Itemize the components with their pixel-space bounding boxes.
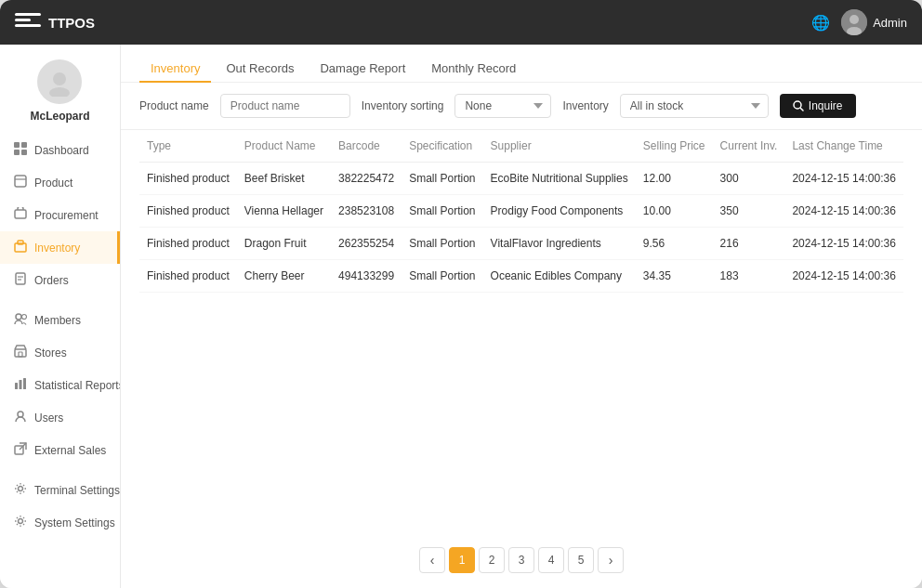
cell-current-inventory: 183: [713, 260, 785, 293]
sidebar-item-product[interactable]: Product: [0, 166, 120, 199]
svg-rect-11: [15, 210, 26, 218]
inventory-sorting-select[interactable]: None Ascending Descending: [454, 94, 551, 118]
logo-icon: [15, 13, 41, 32]
cell-supplier: Prodigy Food Components: [483, 195, 636, 228]
topbar-right: 🌐 Admin: [811, 9, 907, 35]
cell-product-name: Dragon Fruit: [237, 228, 331, 260]
orders-label: Orders: [34, 274, 69, 287]
sidebar-profile: McLeopard: [30, 59, 89, 123]
cell-selling-price: 12.00: [636, 163, 713, 195]
inquire-label: Inquire: [809, 99, 843, 112]
sidebar-item-users[interactable]: Users: [0, 401, 120, 434]
search-icon: [793, 100, 804, 111]
sidebar-item-inventory[interactable]: Inventory: [0, 231, 120, 264]
members-icon: [13, 312, 28, 328]
page-3-button[interactable]: 3: [508, 547, 534, 573]
sidebar-item-external-sales[interactable]: External Sales: [0, 434, 120, 466]
col-product-name: Product Name: [237, 130, 331, 163]
cell-barcode: 382225472: [331, 163, 402, 195]
next-page-button[interactable]: ›: [598, 547, 624, 573]
svg-point-17: [16, 314, 21, 320]
sub-nav-monthly-record[interactable]: Monthly Record: [420, 56, 527, 83]
svg-rect-22: [20, 380, 22, 389]
cell-specification: Small Portion: [402, 260, 482, 293]
table-row: Finished product Dragon Fruit 262355254 …: [139, 228, 903, 260]
inquire-button[interactable]: Inquire: [780, 94, 856, 118]
terminal-settings-label: Terminal Settings: [34, 484, 120, 497]
cell-selling-price: 34.35: [636, 260, 713, 293]
sidebar-item-orders[interactable]: Orders: [0, 264, 120, 296]
sidebar-nav: Dashboard Product Procurement: [0, 134, 120, 539]
stores-label: Stores: [34, 346, 67, 359]
inventory-icon: [13, 240, 28, 255]
svg-point-29: [794, 101, 801, 109]
col-supplier: Supplier: [483, 130, 636, 163]
sidebar-item-system-settings[interactable]: System Settings: [0, 506, 120, 539]
profile-name: McLeopard: [30, 110, 89, 123]
topbar: TTPOS 🌐 Admin: [0, 0, 922, 45]
svg-rect-8: [21, 150, 27, 155]
content-area: Inventory Out Records Damage Report Mont…: [121, 45, 922, 588]
sidebar-item-stores[interactable]: Stores: [0, 336, 120, 369]
cell-selling-price: 10.00: [636, 195, 713, 228]
stores-icon: [13, 345, 28, 360]
cell-supplier: EcoBite Nutritional Supplies: [483, 163, 636, 195]
table-row: Finished product Cherry Beer 494133299 S…: [139, 260, 903, 293]
users-label: Users: [34, 412, 63, 425]
user-badge[interactable]: Admin: [841, 9, 907, 35]
main-layout: McLeopard Dashboard Product: [0, 45, 922, 588]
svg-point-24: [18, 412, 23, 417]
users-icon: [13, 410, 28, 425]
svg-rect-6: [21, 142, 27, 148]
svg-point-4: [49, 87, 70, 97]
inventory-table: Type Product Name Barcode Specification …: [139, 130, 903, 293]
cell-type: Finished product: [139, 228, 237, 260]
page-2-button[interactable]: 2: [479, 547, 505, 573]
cell-specification: Small Portion: [402, 228, 482, 260]
cell-last-change-time: 2024-12-15 14:00:36: [784, 228, 903, 260]
cell-last-change-time: 2024-12-15 14:00:36: [784, 163, 903, 195]
cell-product-name: Vienna Hellager: [237, 195, 331, 228]
svg-rect-19: [15, 349, 26, 357]
cell-specification: Small Portion: [402, 163, 482, 195]
sidebar-item-dashboard[interactable]: Dashboard: [0, 134, 120, 166]
svg-rect-13: [18, 241, 23, 244]
app-logo: TTPOS: [15, 13, 95, 32]
cell-last-change-time: 2024-12-15 14:00:36: [784, 260, 903, 293]
sub-nav-inventory[interactable]: Inventory: [139, 56, 211, 83]
svg-point-28: [19, 519, 23, 524]
user-name: Admin: [873, 16, 907, 30]
procurement-label: Procurement: [34, 209, 99, 222]
col-selling-price: Selling Price: [636, 130, 713, 163]
cell-type: Finished product: [139, 260, 237, 293]
cell-last-change-time: 2024-12-15 14:00:36: [784, 195, 903, 228]
inventory-filter-label: Inventory: [562, 99, 608, 112]
inventory-status-select[interactable]: All in stock Low stock Out of stock: [620, 94, 769, 118]
table-row: Finished product Vienna Hellager 2385231…: [139, 195, 903, 228]
inventory-label: Inventory: [34, 242, 80, 255]
table-row: Finished product Beef Brisket 382225472 …: [139, 163, 903, 195]
system-settings-label: System Settings: [34, 516, 115, 529]
globe-icon[interactable]: 🌐: [811, 14, 830, 32]
svg-rect-21: [15, 383, 18, 389]
sidebar-item-members[interactable]: Members: [0, 304, 120, 336]
svg-point-1: [850, 15, 859, 24]
cell-supplier: Oceanic Edibles Company: [483, 260, 636, 293]
sidebar-item-terminal-settings[interactable]: Terminal Settings: [0, 474, 120, 506]
prev-page-button[interactable]: ‹: [419, 547, 445, 573]
sub-nav-damage-report[interactable]: Damage Report: [309, 56, 416, 83]
page-5-button[interactable]: 5: [568, 547, 594, 573]
terminal-settings-icon: [13, 482, 28, 498]
page-1-button[interactable]: 1: [449, 547, 475, 573]
page-4-button[interactable]: 4: [538, 547, 564, 573]
cell-supplier: VitalFlavor Ingredients: [483, 228, 636, 260]
pagination: ‹ 1 2 3 4 5 ›: [121, 538, 922, 588]
sub-nav-out-records[interactable]: Out Records: [215, 56, 305, 83]
svg-rect-9: [15, 176, 26, 187]
table-header-row: Type Product Name Barcode Specification …: [139, 130, 903, 163]
product-name-input[interactable]: [220, 94, 350, 118]
sidebar-item-procurement[interactable]: Procurement: [0, 199, 120, 231]
sidebar-item-statistical-reports[interactable]: Statistical Reports: [0, 369, 120, 401]
cell-current-inventory: 216: [713, 228, 785, 260]
svg-rect-5: [14, 142, 20, 148]
